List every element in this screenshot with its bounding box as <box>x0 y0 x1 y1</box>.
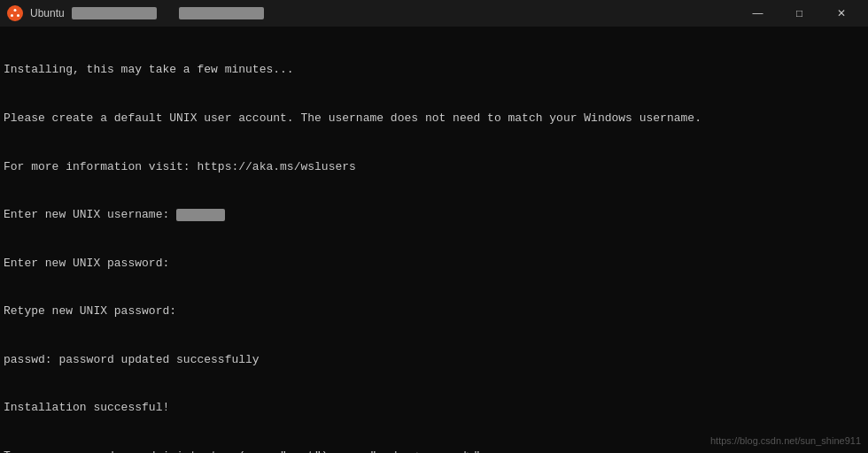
svg-point-3 <box>11 14 13 17</box>
terminal-line-7: passwd: password updated successfully <box>4 352 864 368</box>
watermark: https://blog.csdn.net/sun_shine911 <box>710 435 861 446</box>
terminal-window: Ubuntu — □ ✕ Installing, this may take a… <box>0 0 868 453</box>
terminal-line-8: Installation successful! <box>4 400 864 416</box>
close-button[interactable]: ✕ <box>821 0 861 27</box>
window-title: Ubuntu <box>30 7 65 19</box>
title-redacted-1 <box>72 7 157 19</box>
terminal-body[interactable]: Installing, this may take a few minutes.… <box>0 27 868 453</box>
title-redacted-2 <box>179 7 264 19</box>
svg-point-1 <box>14 9 17 12</box>
terminal-line-6: Retype new UNIX password: <box>4 303 864 319</box>
terminal-output: Installing, this may take a few minutes.… <box>4 30 864 453</box>
terminal-line-3: For more information visit: https://aka.… <box>4 159 864 175</box>
title-bar: Ubuntu — □ ✕ <box>0 0 868 27</box>
maximize-button[interactable]: □ <box>779 0 819 27</box>
window-controls: — □ ✕ <box>738 0 861 27</box>
terminal-line-9: To run a command as administrator (user … <box>4 449 864 453</box>
minimize-button[interactable]: — <box>738 0 778 27</box>
svg-point-2 <box>17 14 19 17</box>
title-bar-left: Ubuntu <box>7 5 264 21</box>
ubuntu-icon <box>7 5 23 21</box>
username-redacted <box>176 209 225 221</box>
terminal-line-2: Please create a default UNIX user accoun… <box>4 111 864 127</box>
terminal-line-4: Enter new UNIX username: <box>4 207 864 223</box>
terminal-line-5: Enter new UNIX password: <box>4 256 864 272</box>
terminal-line-1: Installing, this may take a few minutes.… <box>4 62 864 78</box>
